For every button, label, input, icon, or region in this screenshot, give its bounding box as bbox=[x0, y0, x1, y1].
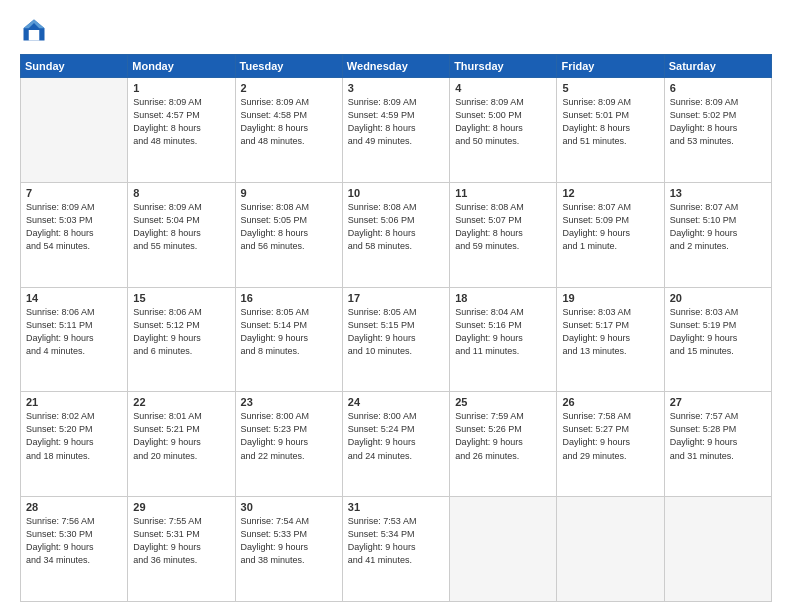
day-number: 19 bbox=[562, 292, 658, 304]
day-info: Sunrise: 8:08 AM Sunset: 5:07 PM Dayligh… bbox=[455, 201, 551, 253]
day-info: Sunrise: 8:06 AM Sunset: 5:11 PM Dayligh… bbox=[26, 306, 122, 358]
weekday-header-wednesday: Wednesday bbox=[342, 55, 449, 78]
day-info: Sunrise: 8:09 AM Sunset: 4:59 PM Dayligh… bbox=[348, 96, 444, 148]
day-number: 23 bbox=[241, 396, 337, 408]
day-cell: 20Sunrise: 8:03 AM Sunset: 5:19 PM Dayli… bbox=[664, 287, 771, 392]
day-cell: 16Sunrise: 8:05 AM Sunset: 5:14 PM Dayli… bbox=[235, 287, 342, 392]
day-info: Sunrise: 8:05 AM Sunset: 5:15 PM Dayligh… bbox=[348, 306, 444, 358]
day-number: 5 bbox=[562, 82, 658, 94]
day-cell: 25Sunrise: 7:59 AM Sunset: 5:26 PM Dayli… bbox=[450, 392, 557, 497]
day-info: Sunrise: 7:55 AM Sunset: 5:31 PM Dayligh… bbox=[133, 515, 229, 567]
day-cell: 31Sunrise: 7:53 AM Sunset: 5:34 PM Dayli… bbox=[342, 497, 449, 602]
day-number: 13 bbox=[670, 187, 766, 199]
day-cell bbox=[557, 497, 664, 602]
logo bbox=[20, 16, 52, 44]
day-cell: 2Sunrise: 8:09 AM Sunset: 4:58 PM Daylig… bbox=[235, 78, 342, 183]
day-info: Sunrise: 8:09 AM Sunset: 5:00 PM Dayligh… bbox=[455, 96, 551, 148]
day-info: Sunrise: 8:00 AM Sunset: 5:23 PM Dayligh… bbox=[241, 410, 337, 462]
day-info: Sunrise: 8:09 AM Sunset: 4:58 PM Dayligh… bbox=[241, 96, 337, 148]
day-cell bbox=[450, 497, 557, 602]
day-info: Sunrise: 7:54 AM Sunset: 5:33 PM Dayligh… bbox=[241, 515, 337, 567]
day-info: Sunrise: 8:04 AM Sunset: 5:16 PM Dayligh… bbox=[455, 306, 551, 358]
day-cell: 7Sunrise: 8:09 AM Sunset: 5:03 PM Daylig… bbox=[21, 182, 128, 287]
day-number: 3 bbox=[348, 82, 444, 94]
day-number: 20 bbox=[670, 292, 766, 304]
day-number: 30 bbox=[241, 501, 337, 513]
day-info: Sunrise: 8:06 AM Sunset: 5:12 PM Dayligh… bbox=[133, 306, 229, 358]
calendar-table: SundayMondayTuesdayWednesdayThursdayFrid… bbox=[20, 54, 772, 602]
day-number: 4 bbox=[455, 82, 551, 94]
day-number: 17 bbox=[348, 292, 444, 304]
day-number: 6 bbox=[670, 82, 766, 94]
day-number: 10 bbox=[348, 187, 444, 199]
day-number: 22 bbox=[133, 396, 229, 408]
day-cell: 13Sunrise: 8:07 AM Sunset: 5:10 PM Dayli… bbox=[664, 182, 771, 287]
week-row-4: 21Sunrise: 8:02 AM Sunset: 5:20 PM Dayli… bbox=[21, 392, 772, 497]
day-number: 25 bbox=[455, 396, 551, 408]
weekday-header-tuesday: Tuesday bbox=[235, 55, 342, 78]
header bbox=[20, 16, 772, 44]
week-row-5: 28Sunrise: 7:56 AM Sunset: 5:30 PM Dayli… bbox=[21, 497, 772, 602]
day-cell: 3Sunrise: 8:09 AM Sunset: 4:59 PM Daylig… bbox=[342, 78, 449, 183]
day-cell: 10Sunrise: 8:08 AM Sunset: 5:06 PM Dayli… bbox=[342, 182, 449, 287]
day-number: 2 bbox=[241, 82, 337, 94]
day-cell: 19Sunrise: 8:03 AM Sunset: 5:17 PM Dayli… bbox=[557, 287, 664, 392]
day-info: Sunrise: 8:03 AM Sunset: 5:17 PM Dayligh… bbox=[562, 306, 658, 358]
day-info: Sunrise: 8:07 AM Sunset: 5:09 PM Dayligh… bbox=[562, 201, 658, 253]
day-cell: 8Sunrise: 8:09 AM Sunset: 5:04 PM Daylig… bbox=[128, 182, 235, 287]
day-info: Sunrise: 8:03 AM Sunset: 5:19 PM Dayligh… bbox=[670, 306, 766, 358]
day-info: Sunrise: 8:09 AM Sunset: 5:01 PM Dayligh… bbox=[562, 96, 658, 148]
day-number: 12 bbox=[562, 187, 658, 199]
day-cell: 9Sunrise: 8:08 AM Sunset: 5:05 PM Daylig… bbox=[235, 182, 342, 287]
day-number: 28 bbox=[26, 501, 122, 513]
day-cell: 21Sunrise: 8:02 AM Sunset: 5:20 PM Dayli… bbox=[21, 392, 128, 497]
day-info: Sunrise: 7:58 AM Sunset: 5:27 PM Dayligh… bbox=[562, 410, 658, 462]
day-cell: 6Sunrise: 8:09 AM Sunset: 5:02 PM Daylig… bbox=[664, 78, 771, 183]
day-cell: 15Sunrise: 8:06 AM Sunset: 5:12 PM Dayli… bbox=[128, 287, 235, 392]
day-cell: 23Sunrise: 8:00 AM Sunset: 5:23 PM Dayli… bbox=[235, 392, 342, 497]
day-number: 26 bbox=[562, 396, 658, 408]
day-info: Sunrise: 8:09 AM Sunset: 5:03 PM Dayligh… bbox=[26, 201, 122, 253]
day-cell: 11Sunrise: 8:08 AM Sunset: 5:07 PM Dayli… bbox=[450, 182, 557, 287]
day-info: Sunrise: 7:53 AM Sunset: 5:34 PM Dayligh… bbox=[348, 515, 444, 567]
day-number: 8 bbox=[133, 187, 229, 199]
week-row-1: 1Sunrise: 8:09 AM Sunset: 4:57 PM Daylig… bbox=[21, 78, 772, 183]
day-number: 21 bbox=[26, 396, 122, 408]
day-number: 11 bbox=[455, 187, 551, 199]
day-number: 9 bbox=[241, 187, 337, 199]
day-number: 16 bbox=[241, 292, 337, 304]
day-cell bbox=[21, 78, 128, 183]
day-number: 15 bbox=[133, 292, 229, 304]
weekday-header-sunday: Sunday bbox=[21, 55, 128, 78]
day-cell: 27Sunrise: 7:57 AM Sunset: 5:28 PM Dayli… bbox=[664, 392, 771, 497]
weekday-header-row: SundayMondayTuesdayWednesdayThursdayFrid… bbox=[21, 55, 772, 78]
day-number: 18 bbox=[455, 292, 551, 304]
day-info: Sunrise: 8:00 AM Sunset: 5:24 PM Dayligh… bbox=[348, 410, 444, 462]
weekday-header-saturday: Saturday bbox=[664, 55, 771, 78]
week-row-3: 14Sunrise: 8:06 AM Sunset: 5:11 PM Dayli… bbox=[21, 287, 772, 392]
day-info: Sunrise: 8:08 AM Sunset: 5:06 PM Dayligh… bbox=[348, 201, 444, 253]
week-row-2: 7Sunrise: 8:09 AM Sunset: 5:03 PM Daylig… bbox=[21, 182, 772, 287]
day-info: Sunrise: 8:08 AM Sunset: 5:05 PM Dayligh… bbox=[241, 201, 337, 253]
day-cell: 22Sunrise: 8:01 AM Sunset: 5:21 PM Dayli… bbox=[128, 392, 235, 497]
svg-rect-2 bbox=[29, 30, 40, 41]
day-cell: 14Sunrise: 8:06 AM Sunset: 5:11 PM Dayli… bbox=[21, 287, 128, 392]
day-cell: 24Sunrise: 8:00 AM Sunset: 5:24 PM Dayli… bbox=[342, 392, 449, 497]
day-cell: 17Sunrise: 8:05 AM Sunset: 5:15 PM Dayli… bbox=[342, 287, 449, 392]
day-cell: 28Sunrise: 7:56 AM Sunset: 5:30 PM Dayli… bbox=[21, 497, 128, 602]
day-number: 14 bbox=[26, 292, 122, 304]
day-number: 29 bbox=[133, 501, 229, 513]
day-cell: 18Sunrise: 8:04 AM Sunset: 5:16 PM Dayli… bbox=[450, 287, 557, 392]
day-cell: 26Sunrise: 7:58 AM Sunset: 5:27 PM Dayli… bbox=[557, 392, 664, 497]
weekday-header-monday: Monday bbox=[128, 55, 235, 78]
day-info: Sunrise: 8:02 AM Sunset: 5:20 PM Dayligh… bbox=[26, 410, 122, 462]
day-info: Sunrise: 7:56 AM Sunset: 5:30 PM Dayligh… bbox=[26, 515, 122, 567]
day-info: Sunrise: 8:09 AM Sunset: 4:57 PM Dayligh… bbox=[133, 96, 229, 148]
day-info: Sunrise: 8:09 AM Sunset: 5:04 PM Dayligh… bbox=[133, 201, 229, 253]
day-number: 7 bbox=[26, 187, 122, 199]
day-cell: 30Sunrise: 7:54 AM Sunset: 5:33 PM Dayli… bbox=[235, 497, 342, 602]
day-cell: 1Sunrise: 8:09 AM Sunset: 4:57 PM Daylig… bbox=[128, 78, 235, 183]
day-cell: 4Sunrise: 8:09 AM Sunset: 5:00 PM Daylig… bbox=[450, 78, 557, 183]
logo-icon bbox=[20, 16, 48, 44]
day-cell: 29Sunrise: 7:55 AM Sunset: 5:31 PM Dayli… bbox=[128, 497, 235, 602]
